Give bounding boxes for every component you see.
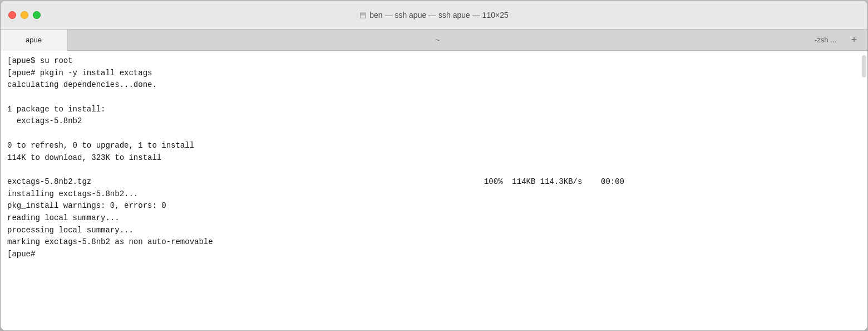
terminal-output: [apue$ su root [apue# pkgin -y install e… [7, 55, 861, 261]
scrollbar[interactable] [862, 55, 866, 77]
tab-right-area: -zsh ... + [808, 30, 867, 50]
terminal-window: ▤ ben — ssh apue — ssh apue — 110×25 apu… [0, 0, 868, 331]
tab-zsh-label[interactable]: -zsh ... [815, 36, 836, 44]
tab-apue-label: apue [26, 36, 42, 44]
close-button[interactable] [8, 11, 16, 19]
tab-apue[interactable]: apue [1, 30, 67, 51]
terminal-area[interactable]: [apue$ su root [apue# pkgin -y install e… [1, 51, 867, 330]
title-label: ben — ssh apue — ssh apue — 110×25 [369, 11, 508, 20]
maximize-button[interactable] [33, 11, 41, 19]
window-controls [8, 11, 41, 19]
titlebar: ▤ ben — ssh apue — ssh apue — 110×25 [1, 1, 867, 30]
add-tab-button[interactable]: + [847, 33, 861, 47]
window-title: ▤ ben — ssh apue — ssh apue — 110×25 [359, 11, 508, 20]
tab-bar: apue ~ -zsh ... + [1, 30, 867, 51]
tab-middle-area: ~ [67, 30, 808, 50]
tab-home-label: ~ [436, 36, 440, 44]
minimize-button[interactable] [21, 11, 28, 19]
title-icon: ▤ [359, 11, 366, 19]
